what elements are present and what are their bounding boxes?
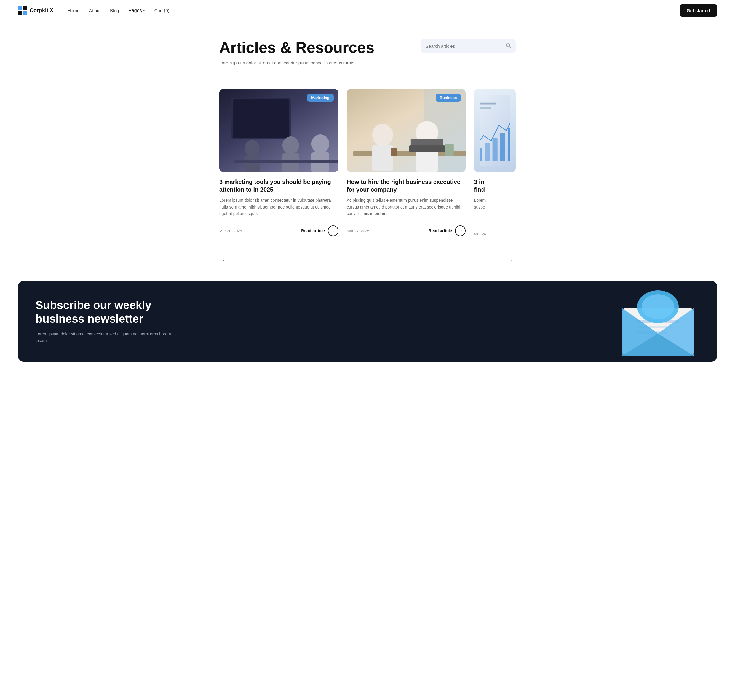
articles-carousel: Marketing 3 marketing tools you should b… — [219, 89, 516, 236]
arrow-right-icon-2: → — [455, 225, 466, 236]
svg-rect-28 — [480, 148, 482, 161]
nav-about[interactable]: About — [89, 8, 100, 13]
newsletter-title: Subscribe our weekly business newsletter — [35, 299, 178, 326]
article-image-2: Business — [347, 89, 466, 172]
article-2-title: How to hire the right business executive… — [347, 178, 466, 193]
svg-rect-1 — [18, 11, 22, 15]
svg-rect-31 — [500, 133, 505, 161]
navbar: Corpkit X Home About Blog Pages ▾ Cart (… — [0, 0, 735, 21]
nav-cart[interactable]: Cart (0) — [154, 8, 170, 13]
svg-rect-10 — [245, 156, 260, 172]
page-title: Articles & Resources — [219, 39, 374, 56]
svg-point-13 — [311, 134, 329, 153]
svg-rect-34 — [480, 107, 491, 109]
svg-rect-3 — [23, 11, 27, 15]
search-icon — [506, 43, 511, 49]
get-started-button[interactable]: Get started — [679, 4, 717, 17]
article-card: Marketing 3 marketing tools you should b… — [219, 89, 339, 236]
svg-rect-15 — [235, 160, 339, 163]
svg-rect-8 — [233, 99, 289, 138]
article-3-footer: Mar 24 — [474, 228, 516, 236]
nav-links: Home About Blog Pages ▾ Cart (0) — [67, 8, 679, 13]
next-button[interactable]: → — [504, 254, 516, 266]
article-3-title: 3 infind — [474, 178, 516, 193]
svg-rect-20 — [372, 145, 393, 171]
svg-rect-23 — [409, 146, 445, 152]
svg-rect-26 — [445, 144, 454, 156]
article-thumbnail-3 — [474, 89, 516, 172]
article-1-read-button[interactable]: Read article → — [301, 225, 338, 236]
svg-point-19 — [372, 124, 393, 146]
logo[interactable]: Corpkit X — [18, 6, 53, 15]
arrow-right-icon: → — [328, 225, 339, 236]
article-1-date: Mar 30, 2025 — [219, 229, 242, 233]
search-bar — [421, 39, 516, 53]
nav-blog[interactable]: Blog — [110, 8, 119, 13]
svg-point-42 — [642, 294, 674, 319]
search-input[interactable] — [425, 44, 503, 49]
article-card: Business How to hire the right business … — [347, 89, 466, 236]
article-2-footer: Mar 27, 2025 Read article → — [347, 222, 466, 236]
article-2-excerpt: Adipiscing quis tellus elementum purus e… — [347, 197, 466, 217]
newsletter-section: Subscribe our weekly business newsletter… — [18, 281, 717, 362]
article-image-1: Marketing — [219, 89, 339, 172]
newsletter-illustration — [616, 290, 700, 362]
hero-top: Articles & Resources Lorem ipsum dolor s… — [219, 39, 516, 65]
nav-home[interactable]: Home — [67, 8, 79, 13]
hero-text: Articles & Resources Lorem ipsum dolor s… — [219, 39, 374, 65]
article-2-read-button[interactable]: Read article → — [428, 225, 466, 236]
article-1-category: Marketing — [307, 94, 333, 102]
svg-point-11 — [282, 137, 299, 154]
newsletter-subtitle: Lorem ipsum dolor sit amet consectetur s… — [35, 331, 178, 344]
svg-point-9 — [245, 140, 260, 157]
prev-button[interactable]: ← — [219, 254, 231, 266]
article-3-date: Mar 24 — [474, 232, 486, 236]
svg-rect-33 — [480, 103, 496, 105]
hero-section: Articles & Resources Lorem ipsum dolor s… — [201, 21, 534, 89]
newsletter-text: Subscribe our weekly business newsletter… — [35, 299, 178, 344]
svg-rect-0 — [18, 6, 22, 10]
article-1-excerpt: Lorem ipsum dolor sit amet consectetur i… — [219, 197, 339, 217]
articles-section: Marketing 3 marketing tools you should b… — [201, 89, 534, 248]
article-1-title: 3 marketing tools you should be paying a… — [219, 178, 339, 193]
nav-pages[interactable]: Pages ▾ — [128, 8, 145, 13]
svg-rect-30 — [493, 138, 497, 161]
article-1-footer: Mar 30, 2025 Read article → — [219, 222, 339, 236]
chevron-down-icon: ▾ — [143, 9, 145, 12]
hero-subtitle: Lorem ipsum dolor sit amet consectetur p… — [219, 60, 368, 65]
article-2-category: Business — [436, 94, 461, 102]
article-card-partial: 3 infind Loremsuspe Mar 24 — [474, 89, 516, 236]
svg-rect-29 — [485, 143, 490, 161]
article-image-3 — [474, 89, 516, 172]
svg-line-5 — [509, 46, 511, 47]
brand-name: Corpkit X — [29, 7, 53, 14]
svg-rect-32 — [508, 128, 510, 161]
svg-rect-24 — [411, 139, 443, 146]
svg-rect-2 — [23, 6, 27, 10]
article-2-date: Mar 27, 2025 — [347, 229, 370, 233]
article-3-excerpt: Loremsuspe — [474, 197, 516, 223]
svg-rect-25 — [391, 148, 398, 156]
pagination-row: ← → — [201, 248, 534, 281]
